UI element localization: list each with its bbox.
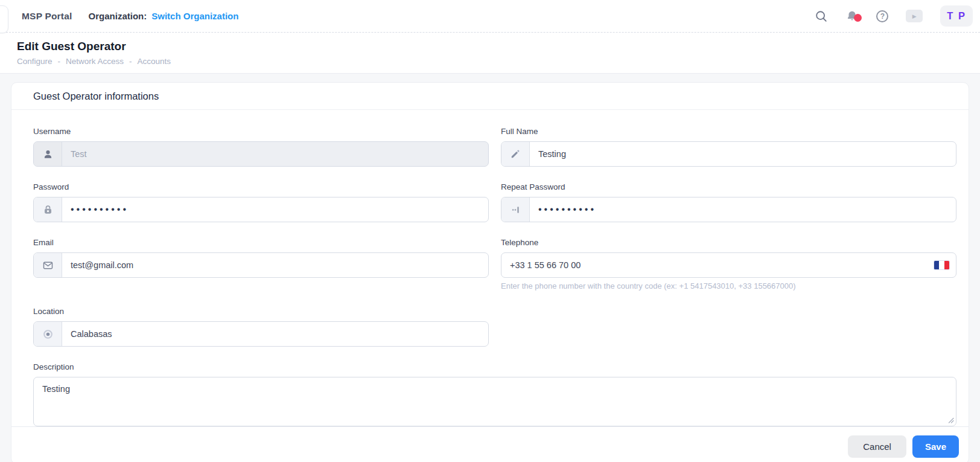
mail-icon [34,253,62,277]
play-icon[interactable]: ▶ [906,10,923,22]
save-button[interactable]: Save [912,435,959,458]
password-input-group [33,197,489,222]
password-label: Password [33,181,489,193]
breadcrumb-separator: - [129,57,132,66]
location-dot-icon [34,322,62,346]
sidebar-toggle-notch[interactable] [0,5,8,33]
switch-organization-link[interactable]: Switch Organization [151,11,238,21]
telephone-helper-text: Enter the phone number with the country … [501,281,956,291]
telephone-label: Telephone [501,237,956,248]
lock-icon [34,197,62,222]
breadcrumb-separator: - [58,57,61,66]
telephone-input[interactable] [501,253,956,277]
form-footer: Cancel Save [11,426,969,462]
description-label: Description [33,361,956,373]
breadcrumb-configure[interactable]: Configure [17,57,52,66]
guest-operator-form: Username Full Name Password [11,110,969,426]
breadcrumb-accounts[interactable]: Accounts [138,57,171,66]
avatar[interactable]: T P [940,5,973,27]
full-name-label: Full Name [501,126,956,137]
password-field: Password [33,181,489,222]
notifications-bell-icon[interactable] [845,10,859,23]
repeat-password-input[interactable] [530,197,956,222]
card-title: Guest Operator informations [11,83,969,110]
location-field: Location [33,306,489,347]
email-input[interactable] [62,253,488,277]
username-label: Username [33,126,489,137]
telephone-input-group [501,252,956,278]
topbar-actions: ? ▶ T P [815,5,973,27]
username-input [62,142,488,166]
description-textarea[interactable]: Testing [33,377,956,426]
email-label: Email [33,237,489,248]
password-input[interactable] [62,197,488,222]
top-bar: MSP Portal Organization: Switch Organiza… [0,0,980,33]
full-name-input-group [501,141,956,167]
repeat-password-input-group [501,197,956,222]
france-flag-icon [934,261,949,269]
description-field: Description Testing [33,361,956,426]
guest-operator-card: Guest Operator informations Username Ful… [11,82,969,462]
username-field: Username [33,126,489,167]
breadcrumb: Configure - Network Access - Accounts [17,57,963,66]
location-label: Location [33,306,489,317]
app-brand: MSP Portal [22,11,72,22]
help-icon[interactable]: ? [876,10,888,22]
breadcrumb-network-access[interactable]: Network Access [66,57,124,66]
repeat-password-field: Repeat Password [501,181,956,222]
email-field: Email [33,237,489,291]
edit-pencil-icon [501,142,530,166]
description-textarea-wrap: Testing [33,377,956,426]
page-header: Edit Guest Operator Configure - Network … [0,33,980,74]
cancel-button[interactable]: Cancel [848,435,906,458]
empty-cell [501,306,956,347]
resize-grip-icon[interactable] [948,417,954,423]
email-input-group [33,252,489,278]
password-dots-icon [501,197,530,222]
location-input-group [33,321,489,347]
search-icon[interactable] [815,10,828,23]
location-input[interactable] [62,322,488,346]
page-title: Edit Guest Operator [17,40,963,53]
telephone-field: Telephone Enter the phone number with th… [501,237,956,291]
organization-label: Organization: [89,11,147,21]
full-name-field: Full Name [501,126,956,167]
user-icon [34,142,62,166]
notification-badge [854,14,862,22]
username-input-group [33,141,489,167]
repeat-password-label: Repeat Password [501,181,956,193]
full-name-input[interactable] [530,142,956,166]
